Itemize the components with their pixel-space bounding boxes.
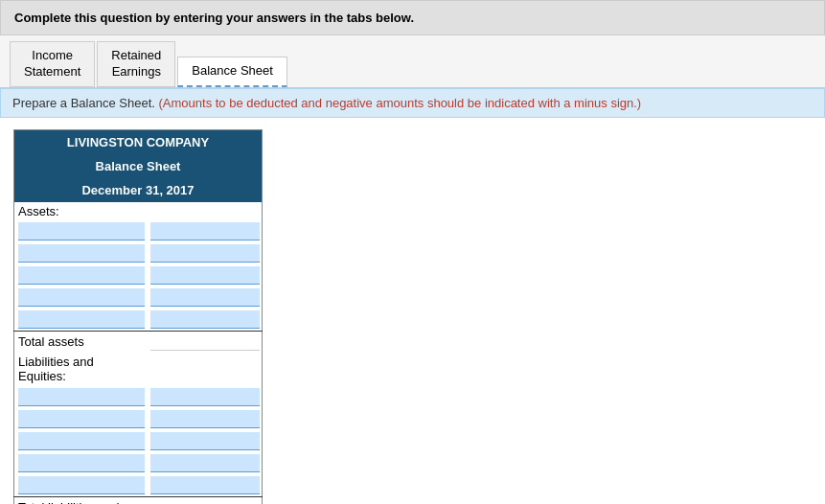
report-title: Balance Sheet <box>14 154 263 178</box>
asset-value-5[interactable] <box>150 310 260 329</box>
company-name: LIVINGSTON COMPANY <box>14 129 263 154</box>
table-row <box>14 386 263 408</box>
liability-name-3[interactable] <box>18 432 145 450</box>
asset-name-4[interactable] <box>18 288 145 307</box>
liability-name-5[interactable] <box>18 476 145 494</box>
liability-value-1[interactable] <box>150 388 260 406</box>
tab-income-statement[interactable]: Income Statement <box>10 41 95 87</box>
asset-value-3[interactable] <box>150 266 260 285</box>
table-row <box>14 286 263 309</box>
asset-name-3[interactable] <box>18 266 145 285</box>
table-row <box>14 264 263 286</box>
total-assets-value[interactable] <box>150 332 260 351</box>
instruction-bar: Complete this question by entering your … <box>0 0 825 35</box>
content-area: LIVINGSTON COMPANY Balance Sheet Decembe… <box>0 118 825 504</box>
liability-name-2[interactable] <box>18 410 145 428</box>
table-row <box>14 309 263 332</box>
table-row <box>14 242 263 264</box>
liability-value-3[interactable] <box>150 432 260 450</box>
liabilities-label-row: Liabilities and Equities: <box>14 352 263 386</box>
total-liabilities-row: Total liabilities and equities <box>14 496 263 504</box>
liability-value-4[interactable] <box>150 454 260 472</box>
asset-name-1[interactable] <box>18 222 145 241</box>
total-assets-row: Total assets <box>14 331 263 352</box>
table-row <box>14 408 263 430</box>
assets-label: Assets: <box>14 202 149 220</box>
liability-name-4[interactable] <box>18 454 145 472</box>
table-row <box>14 430 263 452</box>
total-assets-label: Total assets <box>14 331 149 352</box>
liabilities-label: Liabilities and Equities: <box>14 352 149 386</box>
tab-balance-sheet[interactable]: Balance Sheet <box>177 57 287 87</box>
table-row <box>14 474 263 497</box>
tab-retained-earnings[interactable]: Retained Earnings <box>97 41 175 87</box>
table-row <box>14 220 263 242</box>
asset-value-2[interactable] <box>150 244 260 263</box>
liability-value-2[interactable] <box>150 410 260 428</box>
info-bar: Prepare a Balance Sheet. (Amounts to be … <box>0 88 825 118</box>
asset-value-4[interactable] <box>150 288 260 307</box>
table-row <box>14 452 263 474</box>
report-date: December 31, 2017 <box>14 178 263 202</box>
liability-name-1[interactable] <box>18 388 145 406</box>
balance-sheet-table: LIVINGSTON COMPANY Balance Sheet Decembe… <box>13 129 263 504</box>
tabs-bar: Income Statement Retained Earnings Balan… <box>0 35 825 88</box>
asset-value-1[interactable] <box>150 222 260 241</box>
total-liabilities-label: Total liabilities and equities <box>14 496 149 504</box>
assets-label-row: Assets: <box>14 202 263 220</box>
asset-name-2[interactable] <box>18 244 145 263</box>
asset-name-5[interactable] <box>18 310 145 329</box>
liability-value-5[interactable] <box>150 476 260 494</box>
